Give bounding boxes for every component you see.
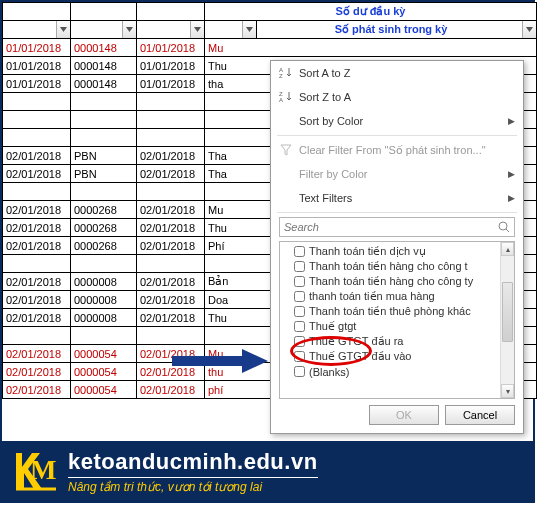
cell[interactable]: 0000148 [71,57,137,75]
cell[interactable]: 02/01/2018 [3,201,71,219]
cell[interactable] [3,327,71,345]
cell[interactable] [71,255,137,273]
cell[interactable]: 01/01/2018 [3,75,71,93]
cell[interactable] [3,129,71,147]
cell[interactable]: 02/01/2018 [3,381,71,399]
cell[interactable]: 01/01/2018 [3,57,71,75]
cell[interactable] [71,93,137,111]
scroll-up-icon[interactable]: ▴ [501,242,514,256]
search-box[interactable] [279,217,515,237]
checklist-item[interactable]: Thanh toán tiền hàng cho công ty [294,274,498,289]
scroll-thumb[interactable] [502,282,513,342]
sort-by-color[interactable]: Sort by Color ▶ [271,109,523,133]
checklist-item[interactable]: Thuế gtgt [294,319,498,334]
checklist-item[interactable]: Thuế GTGT đầu vào [294,349,498,364]
cell[interactable]: 0000054 [71,363,137,381]
cell[interactable]: 01/01/2018 [3,39,71,57]
filter-col-1[interactable] [3,21,71,39]
table-row[interactable]: 01/01/2018000014801/01/2018Mu [3,39,537,57]
checkbox[interactable] [294,261,305,272]
cell[interactable] [71,327,137,345]
cell[interactable] [137,183,205,201]
cell[interactable]: 02/01/2018 [3,345,71,363]
scroll-down-icon[interactable]: ▾ [501,384,514,398]
cell[interactable]: 0000148 [71,39,137,57]
cell[interactable]: 0000268 [71,219,137,237]
checkbox[interactable] [294,276,305,287]
checklist-item[interactable]: thanh toán tiền mua hàng [294,289,498,304]
checkbox[interactable] [294,366,305,377]
cell[interactable]: 02/01/2018 [137,273,205,291]
filter-dropdown-icon[interactable] [56,21,70,38]
scrollbar[interactable]: ▴ ▾ [500,242,514,398]
cell[interactable]: 02/01/2018 [137,381,205,399]
cell[interactable]: 0000148 [71,75,137,93]
cell[interactable] [71,129,137,147]
filter-col-3[interactable] [137,21,205,39]
checkbox[interactable] [294,291,305,302]
filter-dropdown-icon[interactable] [522,21,536,38]
cell[interactable]: 01/01/2018 [137,39,205,57]
checklist-item[interactable]: Thuế GTGT đầu ra [294,334,498,349]
cell[interactable]: 0000054 [71,345,137,363]
cell[interactable]: 02/01/2018 [137,237,205,255]
cell[interactable]: 01/01/2018 [137,57,205,75]
cell[interactable]: 02/01/2018 [3,237,71,255]
checklist-item[interactable]: Thanh toán tiền dịch vụ [294,244,498,259]
cell[interactable]: 02/01/2018 [137,147,205,165]
header-period-arising[interactable]: Số phát sinh trong kỳ [257,21,537,39]
filter-col-2[interactable] [71,21,137,39]
filter-col-4[interactable] [205,21,257,39]
checkbox[interactable] [294,351,305,362]
checklist-item[interactable]: Thanh toán tiền hàng cho công t [294,259,498,274]
cell[interactable]: 0000008 [71,291,137,309]
filter-dropdown-icon[interactable] [190,21,204,38]
checkbox[interactable] [294,336,305,347]
cell[interactable]: 0000008 [71,309,137,327]
cancel-button[interactable]: Cancel [445,405,515,425]
cell[interactable]: 02/01/2018 [3,165,71,183]
checklist-item[interactable]: (Blanks) [294,364,498,379]
cell[interactable]: 02/01/2018 [137,363,205,381]
cell[interactable]: 02/01/2018 [137,291,205,309]
cell[interactable]: 02/01/2018 [137,165,205,183]
cell[interactable] [3,111,71,129]
cell[interactable]: 02/01/2018 [3,363,71,381]
cell[interactable]: 02/01/2018 [137,219,205,237]
cell[interactable] [3,93,71,111]
cell[interactable]: 01/01/2018 [137,75,205,93]
checkbox[interactable] [294,306,305,317]
cell[interactable]: 02/01/2018 [3,273,71,291]
cell[interactable] [137,129,205,147]
cell[interactable]: Mu [205,39,537,57]
cell[interactable]: PBN [71,147,137,165]
cell[interactable]: 0000268 [71,201,137,219]
cell[interactable]: 02/01/2018 [137,309,205,327]
cell[interactable]: PBN [71,165,137,183]
cell[interactable]: 02/01/2018 [137,345,205,363]
cell[interactable] [3,255,71,273]
cell[interactable]: 02/01/2018 [3,291,71,309]
cell[interactable] [137,327,205,345]
cell[interactable] [137,111,205,129]
checkbox[interactable] [294,321,305,332]
sort-za[interactable]: ZA Sort Z to A [271,85,523,109]
search-input[interactable] [280,218,514,236]
cell[interactable]: 02/01/2018 [3,147,71,165]
checkbox[interactable] [294,246,305,257]
filter-dropdown-icon[interactable] [242,21,256,38]
cell[interactable]: 0000008 [71,273,137,291]
cell[interactable]: 0000054 [71,381,137,399]
cell[interactable]: 02/01/2018 [3,219,71,237]
cell[interactable]: 02/01/2018 [137,201,205,219]
cell[interactable] [71,111,137,129]
cell[interactable] [137,255,205,273]
text-filters[interactable]: Text Filters ▶ [271,186,523,210]
cell[interactable] [3,183,71,201]
cell[interactable]: 02/01/2018 [3,309,71,327]
sort-az[interactable]: AZ Sort A to Z [271,61,523,85]
cell[interactable]: 0000268 [71,237,137,255]
cell[interactable] [137,93,205,111]
filter-dropdown-icon[interactable] [122,21,136,38]
cell[interactable] [71,183,137,201]
